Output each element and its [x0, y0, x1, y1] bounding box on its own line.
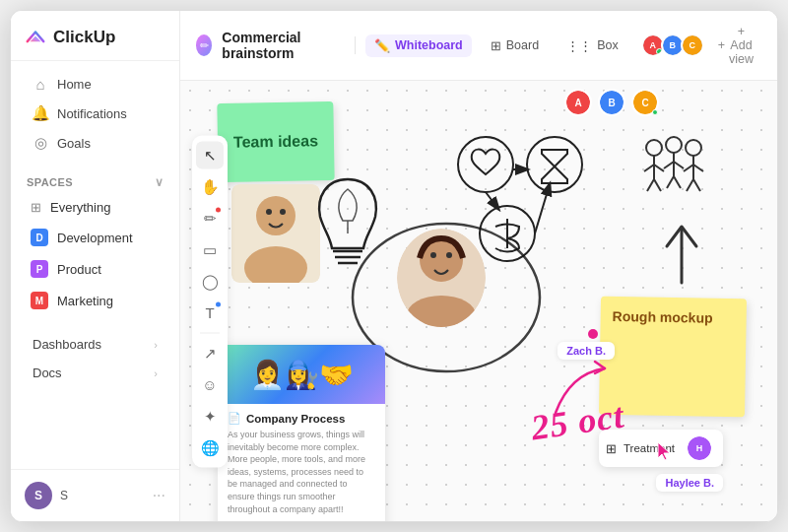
home-icon: ⌂ — [33, 76, 48, 92]
globe-tool[interactable]: 🌐 — [196, 433, 224, 461]
user-initial: S — [34, 489, 42, 502]
sticky-note-team-ideas[interactable]: Team ideas — [217, 101, 334, 182]
sidebar: ClickUp ⌂ Home 🔔 Notifications ◎ Goals S… — [11, 11, 180, 521]
svg-line-32 — [693, 165, 703, 171]
sidebar-logo[interactable]: ClickUp — [11, 11, 179, 61]
pen-tool[interactable]: ✏ — [196, 204, 224, 232]
bell-icon: 🔔 — [33, 105, 48, 121]
svg-point-13 — [446, 252, 452, 258]
text-tool[interactable]: T — [196, 299, 224, 326]
more-options-icon[interactable]: ··· — [153, 487, 165, 504]
sidebar-bottom: Dashboards › Docs › — [11, 324, 179, 393]
svg-point-29 — [686, 140, 701, 156]
page-icon: ✏ — [196, 34, 212, 56]
svg-point-17 — [646, 140, 662, 156]
person-card-woman — [397, 229, 486, 327]
board-icon: ⊞ — [491, 38, 501, 53]
board-label: Board — [506, 38, 539, 52]
top-right-avatars: A B C — [564, 89, 659, 116]
sidebar-navigation: ⌂ Home 🔔 Notifications ◎ Goals — [11, 61, 179, 166]
svg-line-22 — [654, 179, 661, 191]
svg-point-1 — [256, 196, 296, 235]
magic-tool[interactable]: ✦ — [196, 402, 224, 430]
sidebar-item-everything[interactable]: ⊞ Everything — [17, 194, 173, 221]
whiteboard-icon: ✏️ — [374, 38, 390, 53]
zach-label[interactable]: Zach B. — [558, 342, 615, 360]
app-window: ClickUp ⌂ Home 🔔 Notifications ◎ Goals S… — [10, 10, 778, 522]
zach-text: Zach B. — [566, 345, 606, 357]
sidebar-item-notifications[interactable]: 🔔 Notifications — [17, 99, 173, 128]
tab-whiteboard[interactable]: ✏️ Whiteboard — [365, 34, 472, 57]
add-view-button[interactable]: + + Add view — [710, 21, 761, 70]
svg-line-31 — [684, 165, 693, 171]
user-name: S — [60, 489, 68, 502]
goals-label: Goals — [57, 136, 91, 151]
person-card-man — [231, 184, 320, 283]
hand-tool[interactable]: ✋ — [196, 172, 224, 200]
sidebar-item-goals[interactable]: ◎ Goals — [17, 128, 173, 158]
red-pin — [588, 329, 598, 339]
people-group-sketch — [634, 130, 713, 209]
pen-dot — [216, 207, 221, 212]
svg-point-3 — [266, 209, 272, 215]
clickup-logo-icon — [25, 27, 46, 48]
sidebar-item-home[interactable]: ⌂ Home — [17, 69, 173, 99]
text-dot — [216, 301, 221, 306]
person-svg — [231, 184, 320, 283]
av2: B — [600, 91, 624, 114]
sidebar-item-dashboards[interactable]: Dashboards › — [17, 330, 173, 359]
sidebar-item-product[interactable]: P Product — [17, 254, 173, 284]
up-arrow-sketch — [657, 219, 706, 288]
svg-point-15 — [527, 137, 582, 192]
goals-icon: ◎ — [33, 135, 48, 151]
topbar: ✏ Commercial brainstorm ✏️ Whiteboard ⊞ … — [180, 11, 777, 81]
product-label: Product — [57, 262, 101, 277]
development-dot: D — [31, 229, 48, 246]
svg-point-4 — [280, 209, 286, 215]
ellipse-tool[interactable]: ◯ — [196, 267, 224, 295]
card-title-text: Company Process — [246, 413, 345, 425]
chevron-icon[interactable]: ∨ — [155, 175, 164, 189]
dashboards-label: Dashboards — [33, 337, 101, 352]
plus-icon: + — [718, 38, 725, 52]
card-header: 👩‍💼👩‍🔧🤝 — [218, 345, 385, 404]
treatment-av: H — [688, 436, 711, 460]
svg-point-12 — [430, 252, 436, 258]
tab-box[interactable]: ⋮⋮ Box — [558, 34, 627, 57]
haylee-label[interactable]: Haylee B. — [656, 474, 723, 492]
avatar-2-circle: B — [663, 35, 683, 55]
sidebar-footer: S S ··· — [11, 469, 179, 521]
whiteboard-canvas[interactable]: ↖ ✋ ✏ ▭ ◯ T ↗ ☺ ✦ 🌐 Team i — [180, 81, 777, 521]
sidebar-item-marketing[interactable]: M Marketing — [17, 286, 173, 315]
treatment-avatar: H — [686, 434, 713, 462]
box-icon: ⋮⋮ — [566, 38, 592, 53]
spaces-section-header: Spaces ∨ — [11, 166, 179, 193]
avatar-3-circle: C — [683, 35, 702, 55]
marketing-label: Marketing — [57, 294, 113, 308]
sticker-tool[interactable]: ☺ — [196, 370, 224, 398]
chevron-right-icon: › — [154, 339, 158, 351]
treatment-card[interactable]: ⊞ Treatment H — [599, 430, 723, 467]
topright-avatar-2: B — [598, 89, 625, 116]
docs-label: Docs — [33, 366, 62, 380]
everything-label: Everything — [50, 200, 110, 215]
toolbar-divider — [200, 332, 220, 333]
app-title: ClickUp — [53, 28, 115, 47]
company-process-card[interactable]: 👩‍💼👩‍🔧🤝 📄 Company Process As your busine… — [218, 345, 385, 521]
av1: A — [566, 91, 590, 114]
svg-line-21 — [647, 179, 654, 191]
tab-board[interactable]: ⊞ Board — [482, 34, 548, 57]
left-toolbar: ↖ ✋ ✏ ▭ ◯ T ↗ ☺ ✦ 🌐 — [192, 135, 228, 467]
rectangle-tool[interactable]: ▭ — [196, 235, 224, 263]
select-tool[interactable]: ↖ — [196, 141, 224, 168]
sidebar-item-development[interactable]: D Development — [17, 223, 173, 252]
arrow-tool[interactable]: ↗ — [196, 339, 224, 366]
svg-line-19 — [644, 165, 654, 171]
spaces-label: Spaces — [27, 176, 73, 188]
card-title: 📄 Company Process — [228, 412, 375, 425]
sidebar-item-docs[interactable]: Docs › — [17, 359, 173, 387]
avatar-3: C — [681, 33, 704, 57]
svg-line-25 — [664, 162, 674, 168]
svg-point-14 — [458, 137, 513, 192]
svg-line-27 — [667, 176, 674, 188]
